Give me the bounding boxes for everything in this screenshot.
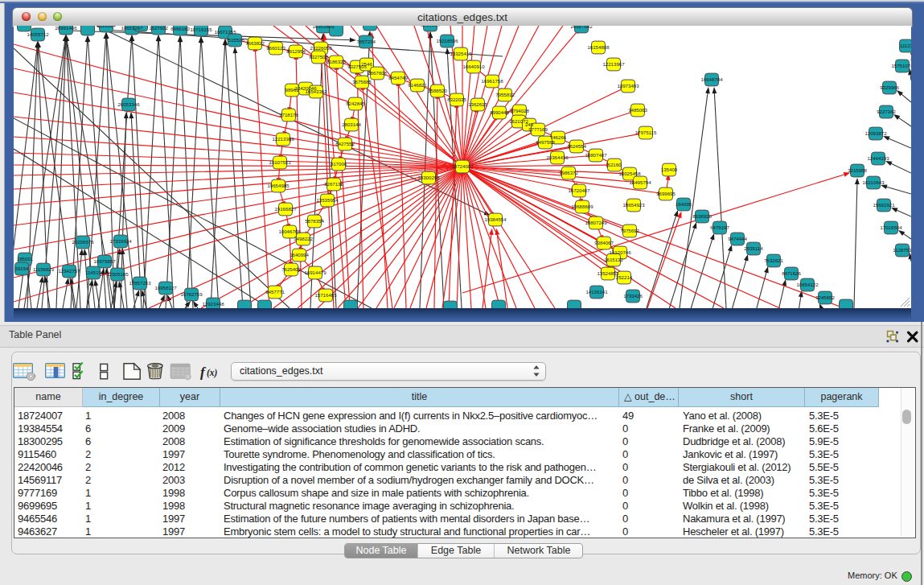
- svg-text:3215958: 3215958: [848, 167, 867, 173]
- svg-text:1498222: 1498222: [294, 236, 313, 241]
- svg-text:9329966: 9329966: [880, 84, 899, 90]
- svg-text:12213967: 12213967: [602, 61, 625, 67]
- svg-text:10973493: 10973493: [617, 83, 639, 89]
- svg-text:12213369: 12213369: [272, 136, 294, 142]
- svg-text:7663822: 7663822: [245, 40, 265, 46]
- svg-text:7485063: 7485063: [628, 107, 647, 113]
- svg-text:15751074: 15751074: [891, 63, 911, 68]
- svg-text:(x): (x): [207, 368, 218, 378]
- svg-text:13325419: 13325419: [450, 51, 472, 56]
- svg-text:2935114: 2935114: [744, 245, 763, 251]
- svg-text:9245652: 9245652: [815, 295, 835, 300]
- svg-text:9384067: 9384067: [594, 240, 614, 245]
- svg-text:9699695: 9699695: [656, 191, 676, 196]
- svg-text:3675685: 3675685: [352, 79, 372, 84]
- svg-text:15692921: 15692921: [873, 202, 895, 208]
- svg-text:13654923: 13654923: [622, 202, 645, 208]
- svg-text:10353809: 10353809: [312, 26, 335, 29]
- svg-text:164095: 164095: [676, 201, 692, 207]
- svg-text:13495794: 13495794: [629, 179, 651, 185]
- svg-text:1527602: 1527602: [149, 26, 168, 31]
- svg-text:10719155: 10719155: [190, 27, 212, 32]
- svg-text:7625402: 7625402: [281, 266, 301, 272]
- svg-text:16640910: 16640910: [462, 64, 485, 69]
- svg-text:8322035: 8322035: [447, 97, 466, 102]
- svg-text:7632621: 7632621: [764, 257, 783, 263]
- svg-text:62160: 62160: [608, 162, 622, 167]
- svg-text:6794028: 6794028: [510, 108, 529, 113]
- svg-text:8267130: 8267130: [324, 181, 343, 187]
- svg-text:18300295: 18300295: [417, 175, 440, 180]
- svg-text:6479197: 6479197: [710, 225, 729, 230]
- svg-text:12444193: 12444193: [867, 155, 889, 161]
- svg-text:17857253: 17857253: [129, 280, 151, 286]
- svg-text:11123: 11123: [900, 43, 911, 48]
- svg-text:19218506: 19218506: [436, 38, 458, 43]
- svg-text:15720407: 15720407: [568, 187, 590, 193]
- svg-text:26587682: 26587682: [570, 26, 593, 29]
- svg-text:3624554: 3624554: [567, 143, 586, 149]
- svg-text:12505185: 12505185: [106, 271, 129, 277]
- svg-text:8427552: 8427552: [335, 141, 355, 146]
- svg-text:10807487: 10807487: [585, 152, 607, 158]
- svg-text:10107553: 10107553: [269, 159, 291, 165]
- svg-text:20206576: 20206576: [72, 239, 94, 245]
- svg-text:16648784: 16648784: [700, 76, 723, 82]
- svg-text:9474444: 9474444: [728, 236, 747, 241]
- svg-text:39154: 39154: [15, 266, 30, 271]
- svg-text:9119324: 9119324: [97, 26, 116, 28]
- svg-text:10975857: 10975857: [93, 258, 116, 264]
- svg-text:6466160: 6466160: [170, 26, 190, 31]
- svg-text:185001: 185001: [17, 256, 34, 262]
- svg-text:19654985: 19654985: [267, 183, 290, 188]
- svg-text:8471626: 8471626: [782, 270, 801, 276]
- svg-text:10671355: 10671355: [214, 29, 236, 35]
- svg-text:16543362: 16543362: [305, 89, 327, 94]
- svg-text:16154808: 16154808: [587, 44, 610, 50]
- svg-text:9327508: 9327508: [309, 54, 328, 60]
- svg-text:9146821: 9146821: [408, 82, 427, 88]
- svg-text:12342757: 12342757: [58, 268, 80, 274]
- svg-text:18807249: 18807249: [585, 220, 607, 225]
- svg-text:10958127: 10958127: [154, 285, 177, 290]
- svg-text:19384554: 19384554: [484, 216, 507, 222]
- svg-text:17339924: 17339924: [109, 238, 132, 244]
- svg-text:2867608: 2867608: [368, 70, 387, 76]
- svg-text:12923448: 12923448: [202, 301, 224, 307]
- svg-text:817006: 817006: [331, 161, 347, 167]
- svg-text:8990448: 8990448: [490, 109, 509, 115]
- svg-text:16120746: 16120746: [609, 249, 631, 255]
- svg-text:8186328: 8186328: [326, 59, 346, 64]
- svg-text:9457771: 9457771: [265, 289, 285, 295]
- svg-text:19166827: 19166827: [274, 206, 297, 212]
- svg-text:7955812: 7955812: [495, 92, 515, 97]
- svg-text:13535954: 13535954: [316, 197, 339, 203]
- svg-text:1733426: 1733426: [623, 293, 643, 299]
- svg-text:17016504: 17016504: [880, 225, 902, 230]
- svg-text:f: f: [200, 365, 207, 380]
- svg-text:2718176: 2718176: [279, 112, 298, 117]
- svg-text:9777169: 9777169: [528, 126, 548, 132]
- svg-text:6497568: 6497568: [536, 139, 555, 145]
- svg-text:1128753: 1128753: [893, 247, 911, 253]
- svg-text:18724007: 18724007: [451, 163, 474, 169]
- svg-text:16782759: 16782759: [180, 291, 203, 297]
- svg-text:26053346: 26053346: [117, 101, 140, 107]
- svg-text:135400: 135400: [661, 167, 678, 172]
- svg-text:8454749: 8454749: [388, 75, 408, 80]
- svg-text:11156829: 11156829: [33, 266, 55, 272]
- svg-text:5878354: 5878354: [305, 218, 324, 224]
- svg-text:16914479: 16914479: [304, 270, 326, 275]
- svg-text:252214: 252214: [616, 274, 633, 280]
- svg-text:1588520: 1588520: [428, 88, 447, 93]
- svg-text:1640994: 1640994: [290, 252, 309, 257]
- svg-text:10025458: 10025458: [618, 171, 641, 176]
- svg-text:9242845: 9242845: [346, 101, 365, 106]
- svg-text:15716485: 15716485: [314, 292, 337, 298]
- svg-text:20991406: 20991406: [55, 26, 77, 31]
- svg-text:7975692: 7975692: [620, 228, 639, 233]
- svg-text:2546: 2546: [361, 61, 372, 67]
- svg-text:9227342: 9227342: [877, 109, 896, 114]
- svg-text:12093872: 12093872: [864, 130, 887, 136]
- svg-text:10046766: 10046766: [278, 229, 301, 234]
